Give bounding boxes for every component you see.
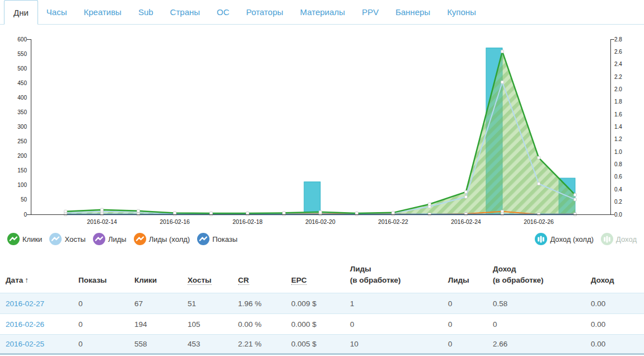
column-header-5[interactable]: EPC <box>286 275 344 293</box>
date-link[interactable]: 2016-02-26 <box>6 320 44 329</box>
legend-item-right-1[interactable]: Доход <box>601 233 637 245</box>
tab-bar: ДниЧасыКреативыSubСтраныОСРотаторыМатери… <box>0 0 644 25</box>
tab-days[interactable]: Дни <box>4 0 38 25</box>
column-header-0[interactable]: Дата↑ <box>0 275 73 293</box>
left-axis-tick-label: 350 <box>17 109 27 115</box>
left-axis-tick-label: 600 <box>17 36 27 43</box>
value-cell: 1.96 % <box>232 299 286 308</box>
bar-series-icon <box>535 233 547 245</box>
data-point-marker <box>501 210 504 213</box>
tab-item-2[interactable]: Креативы <box>75 0 129 24</box>
table-row: 2016-02-2505584532.21 %0.005 $1002.660.0… <box>0 334 644 355</box>
x-axis-date-label: 2016-02-16 <box>160 218 190 225</box>
value-cell: 0.00 <box>585 320 644 329</box>
column-label: Лиды <box>448 276 469 284</box>
tab-item-5[interactable]: ОС <box>208 0 238 24</box>
bar-series-icon <box>601 233 613 245</box>
column-header-8: Доход(в обработке) <box>487 264 585 293</box>
value-cell: 105 <box>182 320 232 329</box>
x-axis-date-label: 2016-02-18 <box>232 218 263 225</box>
value-cell: 67 <box>129 299 182 308</box>
legend-label: Показы <box>212 235 237 243</box>
data-point-marker <box>538 182 540 185</box>
column-label: Лиды <box>350 265 371 273</box>
date-link[interactable]: 2016-02-25 <box>6 340 44 348</box>
line-series-icon <box>197 233 209 245</box>
right-axis-tick-label: 1.8 <box>614 99 622 105</box>
date-cell: 2016-02-26 <box>0 320 73 329</box>
data-point-marker <box>501 50 504 53</box>
data-point-marker <box>137 209 140 212</box>
tab-item-1[interactable]: Часы <box>38 0 76 24</box>
date-link[interactable]: 2016-02-27 <box>6 299 44 308</box>
revenue-hold-bar <box>304 182 320 214</box>
tab-item-9[interactable]: Баннеры <box>387 0 438 24</box>
right-axis-tick-label: 1.6 <box>614 111 622 118</box>
table-row: 2016-02-2601941050.00 %0.000 $0000.00 <box>0 313 644 334</box>
legend-revenue-group: Доход (холд)Доход <box>535 233 637 245</box>
legend-label: Хосты <box>64 235 86 243</box>
legend-item-left-2[interactable]: Лиды <box>93 233 127 245</box>
legend-label: Доход (холд) <box>550 235 594 243</box>
stats-chart: 0501001502002503003504004505005506000.00… <box>0 32 644 228</box>
data-point-marker <box>174 212 176 214</box>
value-cell: 0.005 $ <box>286 340 344 348</box>
value-cell: 558 <box>129 340 182 348</box>
value-cell: 0 <box>487 320 585 329</box>
value-cell: 1 <box>344 299 442 308</box>
data-point-marker <box>501 81 504 83</box>
column-header-3[interactable]: Хосты <box>182 275 232 293</box>
legend-item-right-0[interactable]: Доход (холд) <box>535 233 594 245</box>
left-axis-tick-label: 450 <box>17 80 27 86</box>
legend-item-left-1[interactable]: Хосты <box>49 233 86 245</box>
column-header-7: Лиды <box>442 275 487 293</box>
right-axis-tick-label: 1.0 <box>614 149 622 155</box>
stats-table: Дата↑ПоказыКликиХостыCREPCЛиды(в обработ… <box>0 258 644 355</box>
value-cell: 453 <box>182 340 232 348</box>
value-cell: 51 <box>182 299 232 308</box>
value-cell: 0 <box>442 320 487 329</box>
legend-label: Клики <box>22 235 42 243</box>
column-sublabel: (в обработке) <box>493 275 583 286</box>
x-axis-date-label: 2016-02-20 <box>305 218 335 225</box>
right-axis-tick-label: 2.2 <box>614 74 622 80</box>
column-header-6: Лиды(в обработке) <box>344 264 442 293</box>
data-point-marker <box>465 190 468 193</box>
right-axis-tick-label: 1.4 <box>614 124 622 130</box>
tab-item-8[interactable]: PPV <box>353 0 387 24</box>
value-cell: 0 <box>73 340 129 348</box>
data-point-marker <box>392 211 395 214</box>
data-point-marker <box>101 208 104 211</box>
left-axis-tick-label: 250 <box>17 138 27 144</box>
data-point-marker <box>574 198 577 201</box>
tab-item-7[interactable]: Материалы <box>292 0 353 24</box>
tab-item-10[interactable]: Купоны <box>438 0 484 24</box>
column-sublabel: (в обработке) <box>350 275 440 286</box>
x-axis-date-label: 2016-02-14 <box>87 218 117 225</box>
left-axis-tick-label: 100 <box>17 182 27 188</box>
chart-legend: КликиХостыЛидыЛиды (холд)Показы Доход (х… <box>0 231 644 247</box>
table-header-row: Дата↑ПоказыКликиХостыCREPCЛиды(в обработ… <box>0 258 644 293</box>
value-cell: 0.009 $ <box>286 299 344 308</box>
right-axis-tick-label: 0.8 <box>614 161 622 167</box>
right-axis-tick-label: 0.6 <box>614 174 622 180</box>
right-axis-tick-label: 1.2 <box>614 136 622 142</box>
chart-area: 0501001502002503003504004505005506000.00… <box>0 32 644 247</box>
column-header-4[interactable]: CR <box>232 275 286 293</box>
column-label: Дата <box>6 276 23 284</box>
tab-item-6[interactable]: Ротаторы <box>238 0 292 24</box>
left-axis-tick-label: 150 <box>17 167 27 174</box>
column-label: CR <box>238 276 249 285</box>
value-cell: 0 <box>442 340 487 348</box>
legend-item-left-0[interactable]: Клики <box>7 233 42 245</box>
date-cell: 2016-02-25 <box>0 340 73 348</box>
x-axis-date-label: 2016-02-22 <box>378 218 408 225</box>
data-point-marker <box>428 203 431 205</box>
right-axis-tick-label: 0.4 <box>614 186 622 193</box>
legend-item-left-3[interactable]: Лиды (холд) <box>134 233 190 245</box>
tab-item-4[interactable]: Страны <box>162 0 208 24</box>
value-cell: 0 <box>73 299 129 308</box>
tab-item-3[interactable]: Sub <box>130 0 162 24</box>
line-series-icon <box>7 233 20 245</box>
legend-item-left-4[interactable]: Показы <box>197 233 237 245</box>
